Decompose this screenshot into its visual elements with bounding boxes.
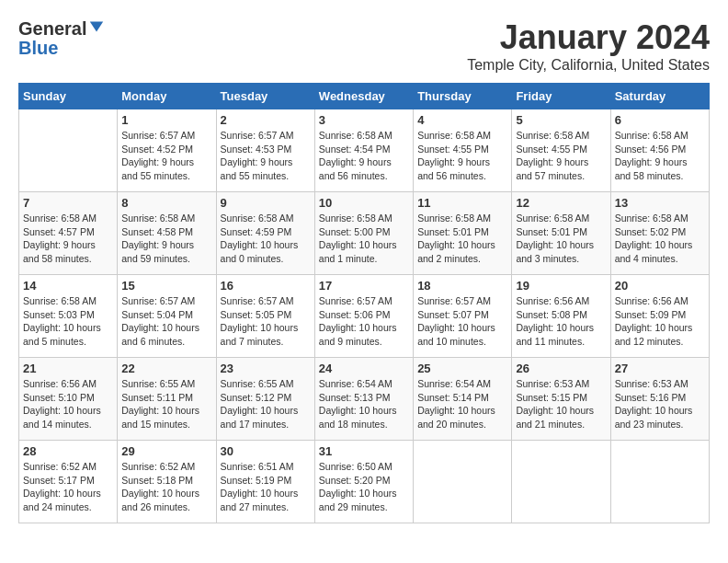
- sunset-text: Sunset: 5:03 PM: [23, 309, 95, 320]
- day-info: Sunrise: 6:58 AMSunset: 4:54 PMDaylight:…: [319, 129, 409, 183]
- sunrise-text: Sunrise: 6:56 AM: [23, 378, 97, 389]
- day-number: 3: [319, 113, 409, 127]
- header-monday: Monday: [118, 84, 216, 109]
- table-row: 28Sunrise: 6:52 AMSunset: 5:17 PMDayligh…: [19, 441, 710, 523]
- list-item: 15Sunrise: 6:57 AMSunset: 5:04 PMDayligh…: [118, 275, 216, 358]
- day-info: Sunrise: 6:57 AMSunset: 5:07 PMDaylight:…: [417, 294, 507, 349]
- list-item: 1Sunrise: 6:57 AMSunset: 4:52 PMDaylight…: [118, 109, 216, 192]
- daylight-text: Daylight: 10 hours and 5 minutes.: [23, 322, 101, 347]
- logo-general-text: General: [18, 19, 86, 38]
- daylight-text: Daylight: 10 hours and 26 minutes.: [121, 488, 199, 512]
- sunrise-text: Sunrise: 6:52 AM: [121, 461, 195, 472]
- day-number: 29: [121, 444, 211, 458]
- sunset-text: Sunset: 5:01 PM: [516, 226, 587, 237]
- sunset-text: Sunset: 4:57 PM: [23, 226, 95, 237]
- sunset-text: Sunset: 5:16 PM: [615, 392, 687, 403]
- daylight-text: Daylight: 10 hours and 1 minute.: [319, 239, 397, 264]
- sunset-text: Sunset: 5:10 PM: [23, 392, 95, 403]
- calendar-header-row: Sunday Monday Tuesday Wednesday Thursday…: [19, 84, 710, 109]
- daylight-text: Daylight: 10 hours and 23 minutes.: [615, 405, 693, 430]
- day-info: Sunrise: 6:50 AMSunset: 5:20 PMDaylight:…: [319, 460, 409, 514]
- sunset-text: Sunset: 5:17 PM: [23, 475, 95, 486]
- day-number: 17: [319, 279, 409, 293]
- daylight-text: Daylight: 9 hours and 56 minutes.: [319, 156, 392, 181]
- sunrise-text: Sunrise: 6:57 AM: [319, 295, 392, 306]
- day-info: Sunrise: 6:53 AMSunset: 5:16 PMDaylight:…: [615, 377, 705, 431]
- sunrise-text: Sunrise: 6:57 AM: [221, 295, 294, 306]
- sunrise-text: Sunrise: 6:56 AM: [516, 295, 589, 306]
- list-item: 19Sunrise: 6:56 AMSunset: 5:08 PMDayligh…: [512, 275, 610, 358]
- day-info: Sunrise: 6:53 AMSunset: 5:15 PMDaylight:…: [516, 377, 606, 431]
- list-item: 29Sunrise: 6:52 AMSunset: 5:18 PMDayligh…: [118, 441, 216, 523]
- daylight-text: Daylight: 9 hours and 55 minutes.: [121, 156, 194, 181]
- sunset-text: Sunset: 5:08 PM: [516, 309, 587, 320]
- list-item: 12Sunrise: 6:58 AMSunset: 5:01 PMDayligh…: [512, 192, 610, 275]
- day-number: 6: [615, 113, 705, 127]
- daylight-text: Daylight: 10 hours and 15 minutes.: [121, 405, 199, 430]
- list-item: [610, 441, 709, 523]
- list-item: 16Sunrise: 6:57 AMSunset: 5:05 PMDayligh…: [216, 275, 314, 358]
- sunrise-text: Sunrise: 6:58 AM: [319, 130, 392, 141]
- sunrise-text: Sunrise: 6:55 AM: [121, 378, 195, 389]
- day-number: 12: [516, 196, 606, 210]
- day-number: 18: [417, 279, 507, 293]
- day-number: 30: [221, 444, 311, 458]
- list-item: 3Sunrise: 6:58 AMSunset: 4:54 PMDaylight…: [314, 109, 413, 192]
- table-row: 14Sunrise: 6:58 AMSunset: 5:03 PMDayligh…: [19, 275, 710, 358]
- logo: General Blue: [18, 18, 105, 57]
- sunset-text: Sunset: 5:13 PM: [319, 392, 391, 403]
- sunrise-text: Sunrise: 6:57 AM: [221, 130, 294, 141]
- table-row: 21Sunrise: 6:56 AMSunset: 5:10 PMDayligh…: [19, 358, 710, 441]
- sunrise-text: Sunrise: 6:53 AM: [615, 378, 688, 389]
- list-item: 4Sunrise: 6:58 AMSunset: 4:55 PMDaylight…: [414, 109, 512, 192]
- sunset-text: Sunset: 5:18 PM: [121, 475, 193, 486]
- list-item: 10Sunrise: 6:58 AMSunset: 5:00 PMDayligh…: [314, 192, 413, 275]
- sunrise-text: Sunrise: 6:57 AM: [417, 295, 491, 306]
- daylight-text: Daylight: 10 hours and 17 minutes.: [221, 405, 299, 430]
- daylight-text: Daylight: 10 hours and 14 minutes.: [23, 405, 101, 430]
- sunrise-text: Sunrise: 6:57 AM: [121, 295, 195, 306]
- daylight-text: Daylight: 10 hours and 9 minutes.: [319, 322, 397, 347]
- daylight-text: Daylight: 9 hours and 59 minutes.: [121, 239, 194, 264]
- day-number: 7: [23, 196, 113, 210]
- daylight-text: Daylight: 10 hours and 7 minutes.: [221, 322, 299, 347]
- day-info: Sunrise: 6:58 AMSunset: 4:59 PMDaylight:…: [221, 212, 311, 266]
- sunset-text: Sunset: 5:01 PM: [417, 226, 489, 237]
- list-item: 6Sunrise: 6:58 AMSunset: 4:56 PMDaylight…: [610, 109, 709, 192]
- sunrise-text: Sunrise: 6:58 AM: [516, 213, 589, 224]
- list-item: 8Sunrise: 6:58 AMSunset: 4:58 PMDaylight…: [118, 192, 216, 275]
- svg-marker-0: [90, 22, 103, 32]
- list-item: 2Sunrise: 6:57 AMSunset: 4:53 PMDaylight…: [216, 109, 314, 192]
- daylight-text: Daylight: 10 hours and 4 minutes.: [615, 239, 693, 264]
- day-number: 23: [221, 362, 311, 375]
- day-number: 28: [23, 444, 113, 458]
- day-number: 9: [221, 196, 311, 210]
- list-item: 28Sunrise: 6:52 AMSunset: 5:17 PMDayligh…: [19, 441, 118, 523]
- day-number: 25: [417, 362, 507, 375]
- day-info: Sunrise: 6:51 AMSunset: 5:19 PMDaylight:…: [221, 460, 311, 514]
- title-area: January 2024 Temple City, California, Un…: [467, 18, 710, 74]
- sunset-text: Sunset: 5:05 PM: [221, 309, 292, 320]
- header-tuesday: Tuesday: [216, 84, 314, 109]
- sunrise-text: Sunrise: 6:57 AM: [121, 130, 195, 141]
- sunset-text: Sunset: 4:52 PM: [121, 144, 193, 155]
- sunrise-text: Sunrise: 6:58 AM: [221, 213, 294, 224]
- daylight-text: Daylight: 10 hours and 27 minutes.: [221, 488, 299, 512]
- daylight-text: Daylight: 9 hours and 57 minutes.: [516, 156, 588, 181]
- list-item: 5Sunrise: 6:58 AMSunset: 4:55 PMDaylight…: [512, 109, 610, 192]
- list-item: 14Sunrise: 6:58 AMSunset: 5:03 PMDayligh…: [19, 275, 118, 358]
- day-info: Sunrise: 6:57 AMSunset: 5:04 PMDaylight:…: [121, 294, 211, 349]
- list-item: 17Sunrise: 6:57 AMSunset: 5:06 PMDayligh…: [314, 275, 413, 358]
- sunrise-text: Sunrise: 6:58 AM: [417, 130, 491, 141]
- sunset-text: Sunset: 5:02 PM: [615, 226, 687, 237]
- list-item: 7Sunrise: 6:58 AMSunset: 4:57 PMDaylight…: [19, 192, 118, 275]
- sunset-text: Sunset: 5:11 PM: [121, 392, 193, 403]
- daylight-text: Daylight: 10 hours and 21 minutes.: [516, 405, 594, 430]
- day-info: Sunrise: 6:57 AMSunset: 4:52 PMDaylight:…: [121, 129, 211, 183]
- day-info: Sunrise: 6:52 AMSunset: 5:18 PMDaylight:…: [121, 460, 211, 514]
- day-info: Sunrise: 6:58 AMSunset: 4:57 PMDaylight:…: [23, 212, 113, 266]
- list-item: 30Sunrise: 6:51 AMSunset: 5:19 PMDayligh…: [216, 441, 314, 523]
- sunset-text: Sunset: 4:59 PM: [221, 226, 292, 237]
- day-number: 27: [615, 362, 705, 375]
- list-item: 23Sunrise: 6:55 AMSunset: 5:12 PMDayligh…: [216, 358, 314, 441]
